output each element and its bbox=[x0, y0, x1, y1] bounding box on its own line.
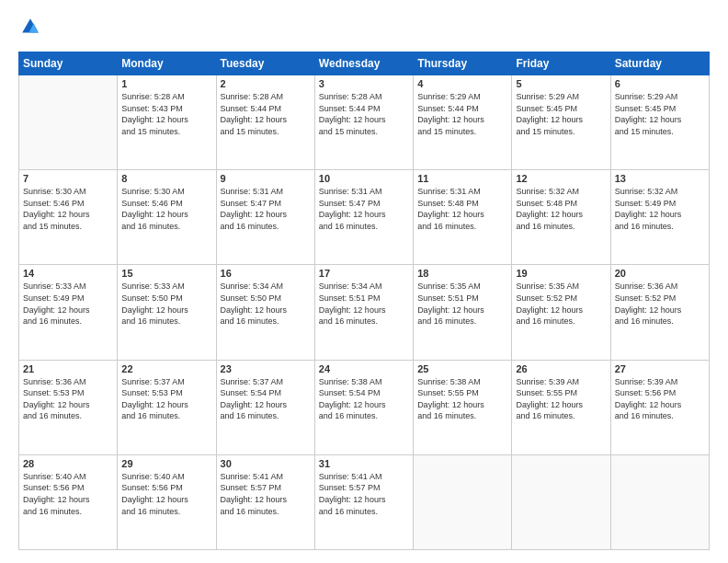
calendar-week-row: 7Sunrise: 5:30 AM Sunset: 5:46 PM Daylig… bbox=[19, 170, 710, 265]
day-number: 30 bbox=[221, 458, 311, 469]
calendar-cell bbox=[414, 454, 512, 549]
calendar-day-header: Wednesday bbox=[314, 52, 413, 75]
calendar-cell: 6Sunrise: 5:29 AM Sunset: 5:45 PM Daylig… bbox=[610, 75, 709, 170]
day-number: 14 bbox=[23, 268, 113, 279]
calendar-header-row: SundayMondayTuesdayWednesdayThursdayFrid… bbox=[19, 52, 710, 75]
day-info: Sunrise: 5:37 AM Sunset: 5:54 PM Dayligh… bbox=[221, 376, 311, 422]
day-info: Sunrise: 5:37 AM Sunset: 5:53 PM Dayligh… bbox=[121, 376, 211, 422]
day-info: Sunrise: 5:35 AM Sunset: 5:52 PM Dayligh… bbox=[516, 281, 606, 327]
day-info: Sunrise: 5:31 AM Sunset: 5:47 PM Dayligh… bbox=[319, 186, 409, 232]
day-info: Sunrise: 5:38 AM Sunset: 5:54 PM Dayligh… bbox=[319, 376, 409, 422]
day-info: Sunrise: 5:33 AM Sunset: 5:50 PM Dayligh… bbox=[121, 281, 211, 327]
day-info: Sunrise: 5:41 AM Sunset: 5:57 PM Dayligh… bbox=[221, 471, 311, 517]
calendar-cell: 17Sunrise: 5:34 AM Sunset: 5:51 PM Dayli… bbox=[314, 265, 413, 360]
day-number: 17 bbox=[319, 268, 409, 279]
day-number: 12 bbox=[516, 173, 606, 184]
day-number: 11 bbox=[417, 173, 507, 184]
day-info: Sunrise: 5:31 AM Sunset: 5:47 PM Dayligh… bbox=[221, 186, 311, 232]
calendar-cell bbox=[610, 454, 709, 549]
day-info: Sunrise: 5:28 AM Sunset: 5:44 PM Dayligh… bbox=[319, 91, 409, 137]
calendar-week-row: 1Sunrise: 5:28 AM Sunset: 5:43 PM Daylig… bbox=[19, 75, 710, 170]
calendar-cell: 26Sunrise: 5:39 AM Sunset: 5:55 PM Dayli… bbox=[512, 360, 610, 454]
day-number: 23 bbox=[221, 363, 311, 374]
calendar-cell: 5Sunrise: 5:29 AM Sunset: 5:45 PM Daylig… bbox=[512, 75, 610, 170]
day-info: Sunrise: 5:33 AM Sunset: 5:49 PM Dayligh… bbox=[23, 281, 113, 327]
day-number: 6 bbox=[615, 78, 705, 89]
calendar-cell: 30Sunrise: 5:41 AM Sunset: 5:57 PM Dayli… bbox=[216, 454, 314, 549]
day-number: 16 bbox=[221, 268, 311, 279]
calendar-cell: 12Sunrise: 5:32 AM Sunset: 5:48 PM Dayli… bbox=[512, 170, 610, 265]
calendar-day-header: Tuesday bbox=[216, 52, 314, 75]
day-info: Sunrise: 5:34 AM Sunset: 5:50 PM Dayligh… bbox=[221, 281, 311, 327]
calendar-cell: 2Sunrise: 5:28 AM Sunset: 5:44 PM Daylig… bbox=[216, 75, 314, 170]
calendar-cell: 28Sunrise: 5:40 AM Sunset: 5:56 PM Dayli… bbox=[19, 454, 118, 549]
calendar-day-header: Sunday bbox=[19, 52, 118, 75]
day-number: 1 bbox=[121, 78, 211, 89]
day-number: 3 bbox=[319, 78, 409, 89]
page: SundayMondayTuesdayWednesdayThursdayFrid… bbox=[0, 0, 728, 563]
calendar-week-row: 14Sunrise: 5:33 AM Sunset: 5:49 PM Dayli… bbox=[19, 265, 710, 360]
day-number: 4 bbox=[417, 78, 507, 89]
day-number: 7 bbox=[23, 173, 113, 184]
day-info: Sunrise: 5:28 AM Sunset: 5:43 PM Dayligh… bbox=[121, 91, 211, 137]
calendar-day-header: Saturday bbox=[610, 52, 709, 75]
calendar-cell: 31Sunrise: 5:41 AM Sunset: 5:57 PM Dayli… bbox=[314, 454, 413, 549]
calendar-cell: 7Sunrise: 5:30 AM Sunset: 5:46 PM Daylig… bbox=[19, 170, 118, 265]
day-info: Sunrise: 5:39 AM Sunset: 5:55 PM Dayligh… bbox=[516, 376, 606, 422]
day-number: 22 bbox=[121, 363, 211, 374]
day-number: 13 bbox=[615, 173, 705, 184]
logo-icon bbox=[20, 17, 40, 37]
calendar-cell: 11Sunrise: 5:31 AM Sunset: 5:48 PM Dayli… bbox=[414, 170, 512, 265]
day-number: 5 bbox=[516, 78, 606, 89]
day-number: 27 bbox=[615, 363, 705, 374]
calendar-cell: 8Sunrise: 5:30 AM Sunset: 5:46 PM Daylig… bbox=[118, 170, 216, 265]
day-number: 9 bbox=[221, 173, 311, 184]
day-info: Sunrise: 5:41 AM Sunset: 5:57 PM Dayligh… bbox=[319, 471, 409, 517]
calendar-cell: 29Sunrise: 5:40 AM Sunset: 5:56 PM Dayli… bbox=[118, 454, 216, 549]
calendar-cell: 9Sunrise: 5:31 AM Sunset: 5:47 PM Daylig… bbox=[216, 170, 314, 265]
calendar-cell: 25Sunrise: 5:38 AM Sunset: 5:55 PM Dayli… bbox=[414, 360, 512, 454]
day-number: 19 bbox=[516, 268, 606, 279]
calendar-cell: 23Sunrise: 5:37 AM Sunset: 5:54 PM Dayli… bbox=[216, 360, 314, 454]
day-info: Sunrise: 5:39 AM Sunset: 5:56 PM Dayligh… bbox=[615, 376, 705, 422]
calendar-day-header: Monday bbox=[118, 52, 216, 75]
calendar-cell: 19Sunrise: 5:35 AM Sunset: 5:52 PM Dayli… bbox=[512, 265, 610, 360]
calendar-cell: 1Sunrise: 5:28 AM Sunset: 5:43 PM Daylig… bbox=[118, 75, 216, 170]
calendar-cell: 22Sunrise: 5:37 AM Sunset: 5:53 PM Dayli… bbox=[118, 360, 216, 454]
calendar-cell: 3Sunrise: 5:28 AM Sunset: 5:44 PM Daylig… bbox=[314, 75, 413, 170]
day-info: Sunrise: 5:34 AM Sunset: 5:51 PM Dayligh… bbox=[319, 281, 409, 327]
calendar-cell: 4Sunrise: 5:29 AM Sunset: 5:44 PM Daylig… bbox=[414, 75, 512, 170]
calendar-cell: 14Sunrise: 5:33 AM Sunset: 5:49 PM Dayli… bbox=[19, 265, 118, 360]
day-info: Sunrise: 5:32 AM Sunset: 5:49 PM Dayligh… bbox=[615, 186, 705, 232]
calendar-day-header: Friday bbox=[512, 52, 610, 75]
day-info: Sunrise: 5:29 AM Sunset: 5:45 PM Dayligh… bbox=[516, 91, 606, 137]
day-number: 21 bbox=[23, 363, 113, 374]
day-number: 8 bbox=[121, 173, 211, 184]
header bbox=[18, 17, 710, 40]
calendar-cell: 13Sunrise: 5:32 AM Sunset: 5:49 PM Dayli… bbox=[610, 170, 709, 265]
day-number: 10 bbox=[319, 173, 409, 184]
day-info: Sunrise: 5:38 AM Sunset: 5:55 PM Dayligh… bbox=[417, 376, 507, 422]
calendar-cell: 16Sunrise: 5:34 AM Sunset: 5:50 PM Dayli… bbox=[216, 265, 314, 360]
day-number: 26 bbox=[516, 363, 606, 374]
day-number: 31 bbox=[319, 458, 409, 469]
day-info: Sunrise: 5:29 AM Sunset: 5:45 PM Dayligh… bbox=[615, 91, 705, 137]
day-info: Sunrise: 5:36 AM Sunset: 5:52 PM Dayligh… bbox=[615, 281, 705, 327]
calendar-week-row: 21Sunrise: 5:36 AM Sunset: 5:53 PM Dayli… bbox=[19, 360, 710, 454]
calendar-cell: 10Sunrise: 5:31 AM Sunset: 5:47 PM Dayli… bbox=[314, 170, 413, 265]
day-number: 28 bbox=[23, 458, 113, 469]
day-info: Sunrise: 5:30 AM Sunset: 5:46 PM Dayligh… bbox=[23, 186, 113, 232]
calendar-cell: 27Sunrise: 5:39 AM Sunset: 5:56 PM Dayli… bbox=[610, 360, 709, 454]
calendar-cell: 15Sunrise: 5:33 AM Sunset: 5:50 PM Dayli… bbox=[118, 265, 216, 360]
day-number: 29 bbox=[121, 458, 211, 469]
day-info: Sunrise: 5:36 AM Sunset: 5:53 PM Dayligh… bbox=[23, 376, 113, 422]
day-info: Sunrise: 5:31 AM Sunset: 5:48 PM Dayligh… bbox=[417, 186, 507, 232]
calendar-cell bbox=[19, 75, 118, 170]
calendar-cell: 21Sunrise: 5:36 AM Sunset: 5:53 PM Dayli… bbox=[19, 360, 118, 454]
day-info: Sunrise: 5:40 AM Sunset: 5:56 PM Dayligh… bbox=[23, 471, 113, 517]
calendar-week-row: 28Sunrise: 5:40 AM Sunset: 5:56 PM Dayli… bbox=[19, 454, 710, 549]
calendar-cell: 18Sunrise: 5:35 AM Sunset: 5:51 PM Dayli… bbox=[414, 265, 512, 360]
day-info: Sunrise: 5:35 AM Sunset: 5:51 PM Dayligh… bbox=[417, 281, 507, 327]
day-number: 2 bbox=[221, 78, 311, 89]
calendar-day-header: Thursday bbox=[414, 52, 512, 75]
